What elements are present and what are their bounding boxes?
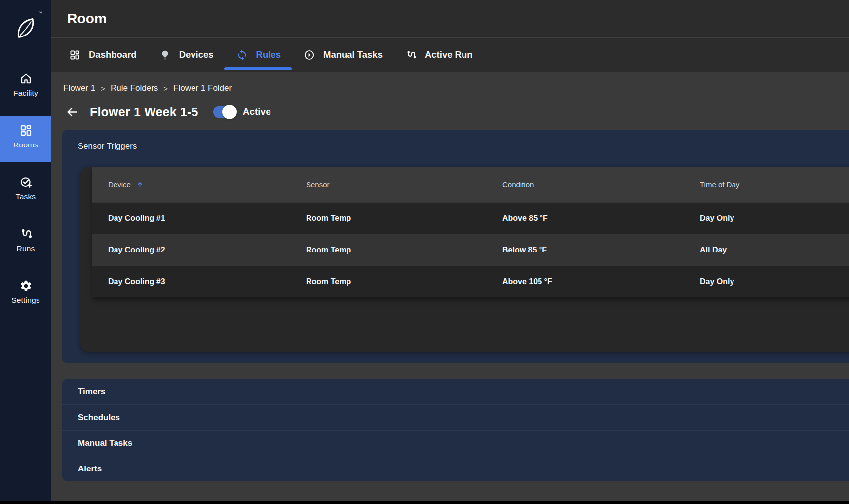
- cell-sensor: Room Temp: [306, 246, 502, 254]
- sidebar: ™ Facility Rooms: [0, 0, 51, 504]
- main-area: Room Dashboard: [51, 0, 849, 504]
- cell-time-of-day: All Day: [700, 246, 849, 254]
- app-logo: ™: [0, 3, 51, 54]
- table-row[interactable]: Day Cooling #1 Room Temp Above 85 °F Day…: [92, 202, 849, 234]
- sidebar-item-label: Tasks: [16, 192, 36, 201]
- route-icon: [19, 227, 33, 241]
- tab-active-run[interactable]: Active Run: [405, 38, 473, 72]
- back-button[interactable]: [64, 105, 79, 119]
- sort-ascending-icon: [136, 181, 144, 188]
- top-header: Room: [51, 0, 849, 37]
- route-icon: [405, 49, 417, 61]
- toggle-knob: [222, 105, 237, 119]
- cell-time-of-day: Day Only: [700, 277, 849, 286]
- dashboard-grid-icon: [69, 49, 80, 61]
- tab-label: Active Run: [425, 49, 473, 60]
- tab-label: Manual Tasks: [323, 49, 383, 60]
- gear-icon: [19, 279, 33, 292]
- cell-device: Day Cooling #2: [92, 246, 306, 254]
- tab-dashboard[interactable]: Dashboard: [69, 38, 137, 72]
- sync-icon: [236, 49, 248, 61]
- cell-device: Day Cooling #3: [92, 277, 306, 286]
- cell-condition: Above 85 °F: [502, 214, 700, 223]
- sidebar-nav: Facility Rooms: [0, 64, 51, 323]
- rooms-grid-icon: [19, 124, 33, 137]
- section-timers[interactable]: Timers: [62, 379, 849, 404]
- column-header-condition[interactable]: Condition: [502, 180, 700, 189]
- section-alerts[interactable]: Alerts: [62, 456, 849, 481]
- logo-trademark: ™: [38, 11, 42, 16]
- cell-device: Day Cooling #1: [92, 214, 306, 223]
- cell-sensor: Room Temp: [306, 214, 502, 223]
- column-header-device[interactable]: Device: [92, 180, 306, 189]
- tab-label: Dashboard: [89, 49, 137, 60]
- section-manual-tasks[interactable]: Manual Tasks: [62, 430, 849, 456]
- rule-title: Flower 1 Week 1-5: [90, 105, 198, 119]
- table-row[interactable]: Day Cooling #2 Room Temp Below 85 °F All…: [92, 234, 849, 265]
- column-header-time-of-day[interactable]: Time of Day: [700, 180, 849, 189]
- page-title: Room: [67, 11, 107, 27]
- cell-time-of-day: Day Only: [700, 214, 849, 223]
- sensor-triggers-panel: Sensor Triggers Device: [62, 130, 849, 363]
- sidebar-item-runs[interactable]: Runs: [0, 219, 51, 266]
- cell-sensor: Room Temp: [306, 277, 502, 286]
- toggle-label: Active: [243, 107, 271, 117]
- sidebar-item-label: Settings: [11, 296, 40, 305]
- tab-devices[interactable]: Devices: [159, 38, 214, 72]
- breadcrumb-separator: >: [101, 84, 105, 93]
- tab-bar: Dashboard Devices Rules: [51, 37, 849, 72]
- play-circle-icon: [304, 49, 315, 61]
- breadcrumb-separator: >: [163, 84, 168, 93]
- rule-title-row: Flower 1 Week 1-5 Active: [64, 101, 849, 123]
- home-icon: [19, 72, 33, 85]
- leaf-logo-icon: [13, 16, 39, 41]
- cell-condition: Below 85 °F: [502, 246, 700, 254]
- sidebar-item-label: Runs: [17, 244, 35, 253]
- section-title: Sensor Triggers: [78, 142, 137, 150]
- sensor-triggers-table: Device Sensor Condition Time of Day: [92, 167, 849, 297]
- breadcrumb-item[interactable]: Flower 1 Folder: [173, 83, 232, 93]
- sidebar-item-rooms[interactable]: Rooms: [0, 116, 51, 162]
- tab-label: Rules: [256, 49, 281, 60]
- collapsed-sections-panel: Timers Schedules Manual Tasks Alerts: [62, 379, 849, 481]
- tab-manual-tasks[interactable]: Manual Tasks: [304, 38, 383, 72]
- table-row[interactable]: Day Cooling #3 Room Temp Above 105 °F Da…: [92, 265, 849, 297]
- sidebar-item-tasks[interactable]: Tasks: [0, 168, 51, 214]
- sidebar-item-facility[interactable]: Facility: [0, 64, 51, 110]
- task-check-plus-icon: [19, 176, 33, 189]
- sidebar-item-settings[interactable]: Settings: [0, 271, 51, 318]
- section-schedules[interactable]: Schedules: [62, 404, 849, 430]
- content-area: Flower 1 > Rule Folders > Flower 1 Folde…: [51, 72, 849, 504]
- tab-rules[interactable]: Rules: [236, 38, 281, 72]
- app-window: ™ Facility Rooms: [0, 0, 849, 504]
- breadcrumb-item[interactable]: Flower 1: [63, 83, 95, 93]
- active-toggle[interactable]: [213, 106, 236, 118]
- back-arrow-icon: [65, 106, 78, 119]
- sidebar-item-label: Facility: [13, 89, 38, 98]
- column-header-sensor[interactable]: Sensor: [306, 180, 502, 189]
- cell-condition: Above 105 °F: [502, 277, 700, 286]
- sensor-triggers-card: Device Sensor Condition Time of Day: [80, 167, 849, 352]
- column-label: Device: [108, 180, 131, 189]
- breadcrumb: Flower 1 > Rule Folders > Flower 1 Folde…: [63, 82, 849, 94]
- screen-bottom-edge: [0, 501, 849, 504]
- lightbulb-icon: [159, 49, 171, 61]
- breadcrumb-item[interactable]: Rule Folders: [111, 83, 158, 93]
- tab-label: Devices: [179, 49, 214, 60]
- table-header-row: Device Sensor Condition Time of Day: [92, 167, 849, 202]
- sensor-triggers-header[interactable]: Sensor Triggers: [62, 130, 849, 152]
- sidebar-item-label: Rooms: [13, 141, 38, 149]
